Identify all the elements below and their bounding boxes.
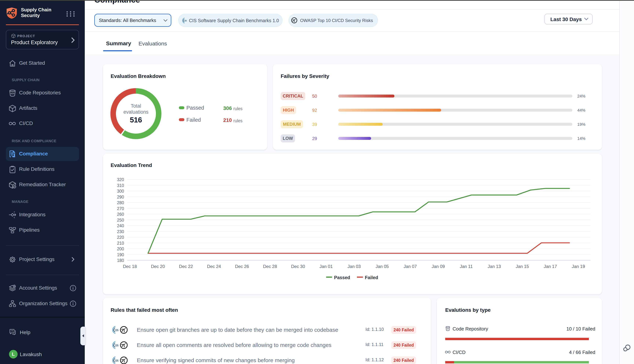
- svg-text:Jan 07: Jan 07: [404, 264, 417, 269]
- svg-text:Jan 09: Jan 09: [432, 264, 445, 269]
- svg-text:?: ?: [11, 330, 13, 333]
- svg-text:Jan 03: Jan 03: [348, 264, 361, 269]
- svg-text:Dec 20: Dec 20: [151, 264, 165, 269]
- svg-text:280: 280: [117, 200, 124, 205]
- svg-text:200: 200: [117, 246, 124, 251]
- svg-text:Dec 26: Dec 26: [235, 264, 249, 269]
- svg-text:310: 310: [117, 183, 124, 188]
- svg-text:Jan 05: Jan 05: [376, 264, 389, 269]
- svg-text:Dec 24: Dec 24: [207, 264, 221, 269]
- svg-text:Jan 19: Jan 19: [572, 264, 585, 269]
- svg-text:250: 250: [117, 218, 124, 222]
- svg-text:Jan 17: Jan 17: [544, 264, 557, 269]
- svg-text:Jan 01: Jan 01: [320, 264, 333, 269]
- svg-text:290: 290: [117, 195, 124, 200]
- svg-text:Dec 18: Dec 18: [123, 264, 137, 269]
- svg-text:300: 300: [117, 189, 124, 194]
- svg-text:Jan 15: Jan 15: [516, 264, 529, 269]
- svg-text:220: 220: [117, 235, 124, 240]
- svg-text:180: 180: [117, 258, 124, 263]
- svg-text:CIS: CIS: [113, 328, 119, 332]
- svg-text:Dec 28: Dec 28: [263, 264, 277, 269]
- svg-text:Jan 11: Jan 11: [460, 264, 473, 269]
- svg-text:Jan 13: Jan 13: [488, 264, 501, 269]
- svg-text:320: 320: [117, 177, 124, 182]
- svg-text:CIS: CIS: [113, 344, 119, 347]
- svg-text:CIS: CIS: [113, 359, 119, 362]
- svg-text:260: 260: [117, 212, 124, 217]
- svg-text:230: 230: [117, 229, 124, 234]
- svg-text:240: 240: [117, 224, 124, 228]
- svg-text:190: 190: [117, 252, 124, 257]
- svg-text:210: 210: [117, 241, 124, 246]
- svg-text:CIS: CIS: [183, 19, 187, 22]
- svg-text:Dec 30: Dec 30: [291, 264, 305, 269]
- svg-text:270: 270: [117, 206, 124, 211]
- svg-text:Dec 22: Dec 22: [179, 264, 193, 269]
